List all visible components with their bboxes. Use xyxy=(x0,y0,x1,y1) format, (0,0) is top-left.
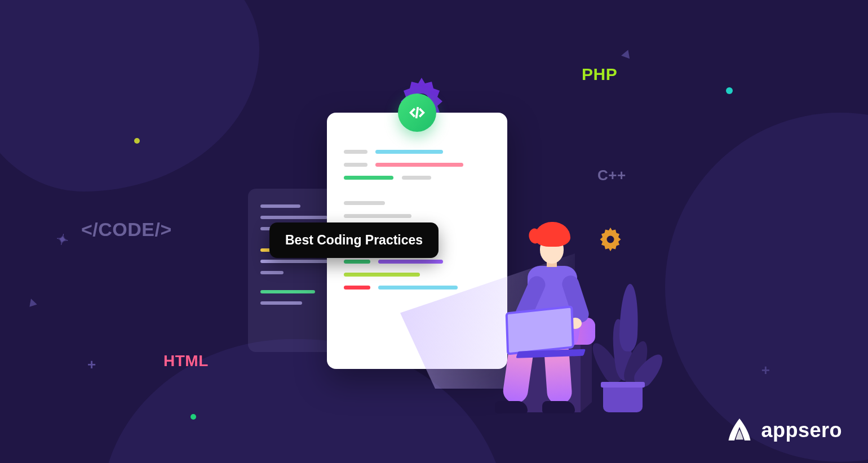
decor-sparkle: ✦ xyxy=(55,230,70,250)
decor-sparkle: + xyxy=(87,356,96,373)
laptop-icon xyxy=(505,308,587,362)
decor-dot xyxy=(134,138,140,144)
plant-pot xyxy=(603,385,643,412)
brand-name: appsero xyxy=(761,419,842,442)
code-slash-icon xyxy=(398,94,436,132)
svg-line-2 xyxy=(417,107,418,118)
decor-triangle xyxy=(621,48,632,59)
label-html: HTML xyxy=(163,352,209,370)
decor-dot xyxy=(726,87,733,94)
title-pill: Best Coding Practices xyxy=(269,222,439,258)
decor-triangle xyxy=(27,297,37,307)
person xyxy=(473,221,609,412)
developer-illustration xyxy=(490,214,699,439)
decor-sparkle: + xyxy=(761,362,770,379)
brand-logo: appsero xyxy=(726,417,842,444)
label-code-tag: </CODE/> xyxy=(81,219,172,241)
label-php: PHP xyxy=(582,65,617,84)
appsero-logo-mark xyxy=(726,417,753,444)
decor-dot xyxy=(191,414,196,420)
bg-blob-top-left xyxy=(0,0,259,192)
label-cpp: C++ xyxy=(597,167,626,184)
